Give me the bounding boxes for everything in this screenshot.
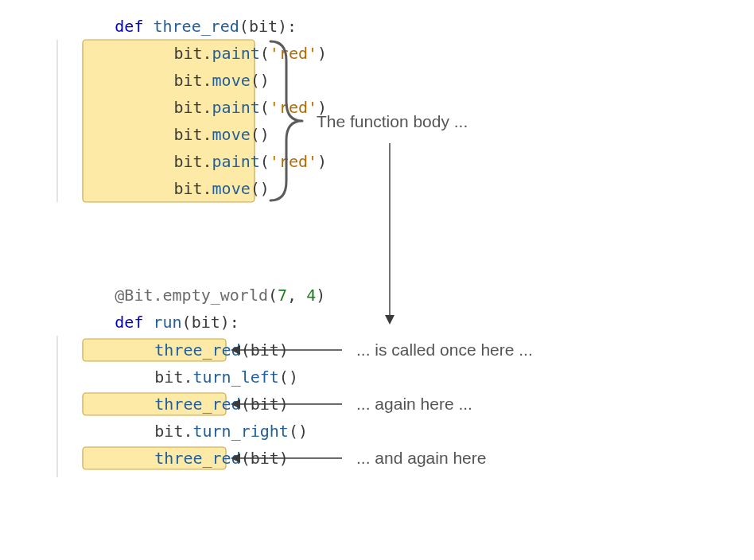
svg-marker-1 [385,315,394,325]
func1-line-5: bit.move() [87,179,336,198]
annotation-call-2: ... again here ... [356,395,472,413]
decorator-line: @Bit.empty_world(7, 4) [48,286,373,305]
diagram-root: def three_red(bit): bit.paint('red') bit… [0,0,754,560]
annotation-call-1: ... is called once here ... [356,340,533,359]
func1-line-4: bit.paint('red') [87,152,394,171]
curly-brace [270,41,302,200]
func1-line-1: bit.move() [87,71,336,90]
annotation-body-label: The function body ... [317,112,468,130]
func2-line-1: bit.turn_left() [87,368,346,387]
def-line-2: def run(bit): [48,313,287,332]
highlight-func1-body [83,40,255,202]
func1-line-0: bit.paint('red') [87,44,394,63]
annotation-call-3: ... and again here [356,449,486,467]
code-block-three-red: def three_red(bit): bit.paint('red') bit… [48,17,394,202]
func2-line-3: bit.turn_right() [87,422,356,441]
func1-line-3: bit.move() [87,125,336,144]
def-line-1: def three_red(bit): [48,17,344,36]
code-block-run: @Bit.empty_world(7, 4) def run(bit): thr… [48,286,373,477]
